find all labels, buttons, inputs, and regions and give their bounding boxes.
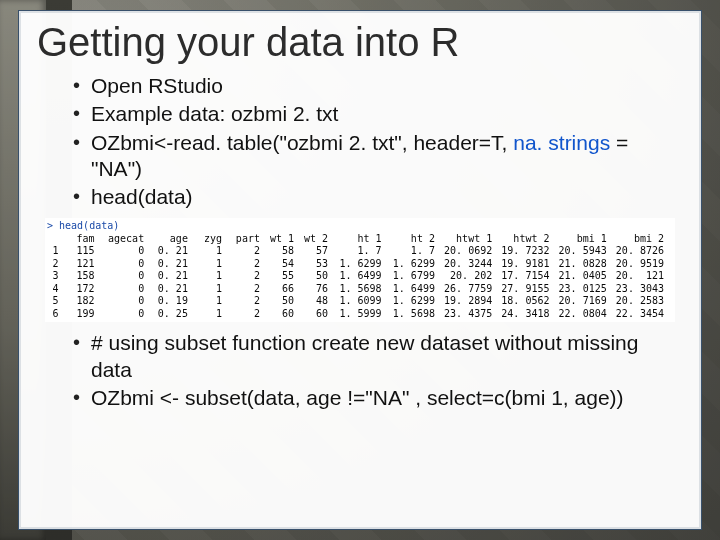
console-cell: 1: [197, 283, 231, 296]
console-cell: 115: [68, 245, 104, 258]
console-header-cell: zyg: [197, 233, 231, 246]
console-cell: 1: [197, 245, 231, 258]
console-cell: 1. 6799: [391, 270, 444, 283]
console-cell: 1. 6299: [391, 258, 444, 271]
console-cell: 20. 3244: [444, 258, 501, 271]
link-span: na. strings: [513, 131, 610, 154]
bullets-bottom: # using subset function create new datas…: [51, 330, 683, 411]
console-cell: 55: [269, 270, 303, 283]
console-header-cell: htwt 2: [501, 233, 558, 246]
console-cell: 48: [303, 295, 337, 308]
console-cell: 54: [269, 258, 303, 271]
console-cell: 17. 7154: [501, 270, 558, 283]
console-header-cell: htwt 1: [444, 233, 501, 246]
console-cell: 20. 0692: [444, 245, 501, 258]
r-console-output: > head(data)famagecatagezygpartwt 1wt 2h…: [45, 218, 675, 322]
console-cell: 23. 4375: [444, 308, 501, 321]
console-header-cell: ht 2: [391, 233, 444, 246]
console-cell: 0. 25: [153, 308, 197, 321]
console-cell: 0: [104, 258, 154, 271]
console-cell: 1: [197, 258, 231, 271]
console-cell: 66: [269, 283, 303, 296]
console-cell: 0: [104, 308, 154, 321]
console-cell: 20. 9519: [616, 258, 673, 271]
console-cell: 58: [269, 245, 303, 258]
console-header-cell: bmi 1: [558, 233, 615, 246]
console-cell: 0. 21: [153, 283, 197, 296]
console-cell: 22. 0804: [558, 308, 615, 321]
console-cell: 0: [104, 270, 154, 283]
console-cell: 50: [303, 270, 337, 283]
console-cell: 53: [303, 258, 337, 271]
console-cell: 60: [269, 308, 303, 321]
console-cell: 2: [231, 308, 269, 321]
console-cell: 20. 2583: [616, 295, 673, 308]
console-cell: 2: [231, 270, 269, 283]
console-cell: 6: [47, 308, 68, 321]
console-cell: 2: [231, 258, 269, 271]
console-cell: 0. 21: [153, 245, 197, 258]
bullet-item: OZbmi<-read. table("ozbmi 2. txt", heade…: [91, 130, 683, 183]
console-cell: 1. 6099: [337, 295, 390, 308]
console-cell: 57: [303, 245, 337, 258]
console-cell: 5: [47, 295, 68, 308]
console-cell: 2: [231, 283, 269, 296]
console-cell: 3: [47, 270, 68, 283]
console-cell: 19. 2894: [444, 295, 501, 308]
console-cell: 2: [47, 258, 68, 271]
console-cell: 1. 7: [391, 245, 444, 258]
console-cell: 1. 5698: [391, 308, 444, 321]
console-cell: 182: [68, 295, 104, 308]
console-cell: 4: [47, 283, 68, 296]
console-cell: 199: [68, 308, 104, 321]
bullet-item: Example data: ozbmi 2. txt: [91, 101, 683, 127]
console-header-cell: wt 2: [303, 233, 337, 246]
slide-card: Getting your data into R Open RStudio Ex…: [18, 10, 702, 530]
console-cell: 1: [197, 308, 231, 321]
console-cell: 18. 0562: [501, 295, 558, 308]
bullet-item: OZbmi <- subset(data, age !="NA" , selec…: [91, 385, 683, 411]
console-cell: 20. 121: [616, 270, 673, 283]
console-cell: 76: [303, 283, 337, 296]
console-cell: 19. 7232: [501, 245, 558, 258]
console-cell: 20. 7169: [558, 295, 615, 308]
bullet-item: head(data): [91, 184, 683, 210]
console-prompt: > head(data): [47, 220, 673, 233]
console-cell: 23. 0125: [558, 283, 615, 296]
console-cell: 172: [68, 283, 104, 296]
console-cell: 50: [269, 295, 303, 308]
console-cell: 1: [47, 245, 68, 258]
console-cell: 26. 7759: [444, 283, 501, 296]
console-cell: 19. 9181: [501, 258, 558, 271]
console-cell: 0. 19: [153, 295, 197, 308]
console-cell: 1: [197, 270, 231, 283]
console-header-cell: ht 1: [337, 233, 390, 246]
console-cell: 0: [104, 245, 154, 258]
console-header-cell: part: [231, 233, 269, 246]
console-header-cell: bmi 2: [616, 233, 673, 246]
console-cell: 158: [68, 270, 104, 283]
console-cell: 0: [104, 283, 154, 296]
console-cell: 1. 7: [337, 245, 390, 258]
console-cell: 121: [68, 258, 104, 271]
console-cell: 1. 6299: [337, 258, 390, 271]
console-cell: 2: [231, 295, 269, 308]
console-cell: 2: [231, 245, 269, 258]
bullets-top: Open RStudio Example data: ozbmi 2. txt …: [51, 73, 683, 210]
console-cell: 20. 202: [444, 270, 501, 283]
console-header-cell: agecat: [104, 233, 154, 246]
console-cell: 1: [197, 295, 231, 308]
console-cell: 23. 3043: [616, 283, 673, 296]
console-header-cell: age: [153, 233, 197, 246]
bullet-item: # using subset function create new datas…: [91, 330, 683, 383]
console-cell: 0. 21: [153, 258, 197, 271]
console-cell: 21. 0828: [558, 258, 615, 271]
console-cell: 27. 9155: [501, 283, 558, 296]
console-header-cell: [47, 233, 68, 246]
slide-title: Getting your data into R: [37, 21, 683, 63]
console-cell: 22. 3454: [616, 308, 673, 321]
console-cell: 20. 8726: [616, 245, 673, 258]
console-cell: 0: [104, 295, 154, 308]
console-cell: 1. 6499: [337, 270, 390, 283]
console-cell: 1. 5698: [337, 283, 390, 296]
